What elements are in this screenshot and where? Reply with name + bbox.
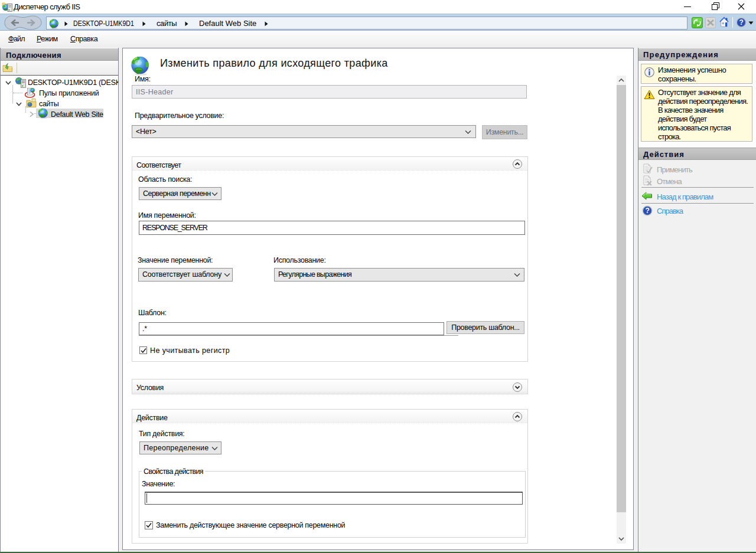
svg-text:?: ? [739, 18, 743, 27]
svg-text:?: ? [645, 207, 649, 215]
